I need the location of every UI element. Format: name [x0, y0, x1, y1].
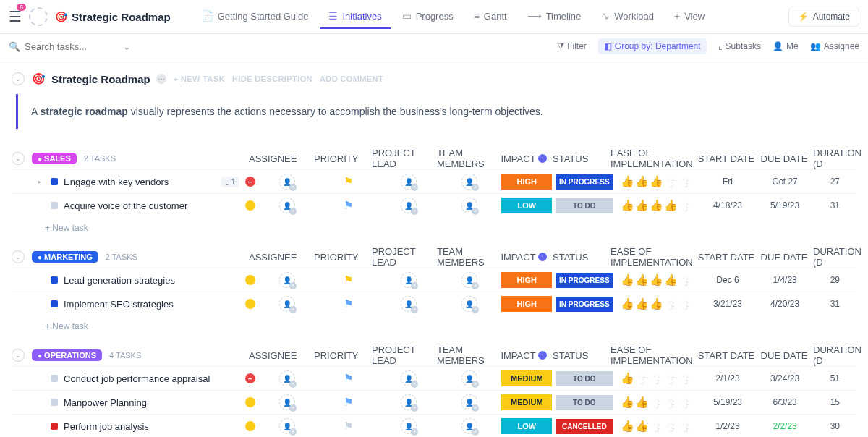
group-pill[interactable]: ● SALES	[32, 153, 77, 164]
due-date[interactable]: 1/4/23	[757, 275, 814, 285]
due-date[interactable]: 6/3/23	[757, 397, 814, 407]
thumb-icon[interactable]: 👍	[621, 175, 634, 188]
thumb-icon[interactable]: 👍	[678, 273, 692, 287]
ease-rating[interactable]: 👍👍👍👍👍	[613, 372, 699, 385]
priority-flag-icon[interactable]: ⚑	[344, 372, 353, 384]
thumb-icon[interactable]: 👍	[635, 420, 649, 433]
ease-rating[interactable]: 👍👍👍👍👍	[613, 297, 699, 310]
new-task-header-link[interactable]: + NEW TASK	[174, 75, 225, 83]
tab-initiatives[interactable]: ☰Initiatives	[320, 4, 390, 29]
tab-progress[interactable]: ▭Progress	[393, 4, 462, 29]
thumb-icon[interactable]: 👍	[650, 372, 663, 385]
due-date[interactable]: Oct 27	[757, 177, 814, 187]
status-dot[interactable]	[51, 300, 58, 307]
due-date[interactable]: 5/19/23	[757, 200, 814, 211]
start-date[interactable]: Fri	[699, 177, 756, 187]
lead-avatar[interactable]: 👤	[401, 198, 417, 213]
breadcrumb[interactable]: 🎯 Strategic Roadmap	[55, 11, 171, 23]
thumb-icon[interactable]: 👍	[635, 297, 649, 310]
start-date[interactable]: 2/1/23	[699, 373, 756, 383]
subtasks-button[interactable]: ⌞Subtasks	[718, 41, 761, 51]
due-date[interactable]: 2/2/23	[757, 421, 814, 431]
ease-rating[interactable]: 👍👍👍👍👍	[613, 420, 699, 433]
thumb-icon[interactable]: 👍	[664, 372, 678, 385]
thumb-icon[interactable]: 👍	[664, 175, 678, 188]
sort-icon[interactable]: ↑	[538, 154, 547, 163]
tab-getting-started-guide[interactable]: 📄Getting Started Guide	[192, 4, 318, 29]
add-comment-link[interactable]: ADD COMMENT	[320, 75, 383, 83]
task-row[interactable]: Implement SEO strategies 👤 ⚑ 👤 👤 HIGH IN…	[12, 292, 856, 315]
collapse-page-icon[interactable]: ⌄	[12, 72, 25, 85]
tab-gantt[interactable]: ≡Gantt	[465, 4, 516, 29]
blocked-icon[interactable]: –	[245, 177, 255, 187]
status-dot[interactable]	[51, 202, 58, 209]
thumb-icon[interactable]: 👍	[621, 372, 634, 385]
status-dot[interactable]	[51, 423, 58, 430]
members-avatar[interactable]: 👤	[461, 272, 477, 288]
thumb-icon[interactable]: 👍	[621, 420, 634, 433]
collapse-group-icon[interactable]: ⌄	[12, 250, 25, 263]
status-dot[interactable]	[51, 178, 58, 185]
status-pill[interactable]: TO DO	[556, 198, 613, 213]
assignee-avatar[interactable]: 👤	[279, 296, 295, 312]
due-date[interactable]: 4/20/23	[757, 299, 814, 309]
thumb-icon[interactable]: 👍	[664, 273, 678, 287]
priority-flag-icon[interactable]: ⚑	[344, 175, 353, 187]
members-avatar[interactable]: 👤	[461, 174, 477, 190]
thumb-icon[interactable]: 👍	[650, 297, 663, 310]
impact-pill[interactable]: MEDIUM	[501, 394, 552, 410]
blocked-icon[interactable]: –	[245, 373, 255, 383]
members-avatar[interactable]: 👤	[461, 418, 477, 434]
task-name[interactable]: Acquire voice of the customer	[64, 200, 239, 211]
duration[interactable]: 29	[814, 275, 856, 285]
assignee-avatar[interactable]: 👤	[279, 198, 295, 213]
status-pill[interactable]: CANCELLED	[556, 419, 613, 434]
task-name[interactable]: Perform job analysis	[64, 421, 239, 432]
task-name[interactable]: Lead generation strategies	[64, 275, 239, 286]
lead-avatar[interactable]: 👤	[401, 296, 417, 312]
ease-rating[interactable]: 👍👍👍👍👍	[613, 199, 699, 212]
ease-rating[interactable]: 👍👍👍👍👍	[613, 273, 699, 287]
thumb-icon[interactable]: 👍	[635, 273, 649, 287]
group-pill[interactable]: ● MARKETING	[32, 251, 98, 263]
priority-flag-icon[interactable]: ⚑	[344, 273, 353, 286]
thumb-icon[interactable]: 👍	[635, 199, 649, 212]
task-name[interactable]: Engage with key vendors	[64, 177, 216, 187]
tab-timeline[interactable]: ⟶Timeline	[519, 4, 590, 29]
members-avatar[interactable]: 👤	[461, 394, 477, 410]
task-name[interactable]: Conduct job performance appraisal	[64, 373, 239, 384]
task-row[interactable]: Acquire voice of the customer 👤 ⚑ 👤 👤 LO…	[12, 193, 856, 217]
thumb-icon[interactable]: 👍	[664, 297, 678, 310]
status-pill[interactable]: TO DO	[556, 395, 613, 410]
duration[interactable]: 30	[814, 421, 856, 431]
thumb-icon[interactable]: 👍	[650, 396, 663, 409]
thumb-icon[interactable]: 👍	[664, 396, 678, 409]
me-button[interactable]: 👤Me	[773, 41, 799, 51]
impact-pill[interactable]: LOW	[501, 198, 552, 213]
task-row[interactable]: Lead generation strategies 👤 ⚑ 👤 👤 HIGH …	[12, 268, 856, 292]
task-name[interactable]: Implement SEO strategies	[64, 299, 239, 310]
hide-description-link[interactable]: HIDE DESCRIPTION	[232, 75, 312, 83]
lead-avatar[interactable]: 👤	[401, 418, 417, 434]
hamburger-menu[interactable]: ☰6	[9, 8, 22, 25]
thumb-icon[interactable]: 👍	[635, 372, 649, 385]
thumb-icon[interactable]: 👍	[678, 297, 692, 310]
impact-pill[interactable]: LOW	[501, 418, 552, 434]
tab-workload[interactable]: ∿Workload	[592, 4, 663, 29]
in-review-icon[interactable]	[245, 299, 255, 309]
thumb-icon[interactable]: 👍	[664, 420, 678, 433]
status-dot[interactable]	[51, 399, 58, 406]
search-input[interactable]	[25, 41, 111, 52]
thumb-icon[interactable]: 👍	[678, 372, 692, 385]
ease-rating[interactable]: 👍👍👍👍👍	[613, 396, 699, 409]
new-task-link[interactable]: + New task	[12, 315, 856, 336]
priority-flag-icon[interactable]: ⚑	[344, 297, 353, 310]
thumb-icon[interactable]: 👍	[650, 420, 663, 433]
subtask-count[interactable]: ⌞1	[221, 177, 239, 187]
new-task-link[interactable]: + New task	[12, 217, 856, 237]
lead-avatar[interactable]: 👤	[401, 370, 417, 386]
status-dot[interactable]	[51, 276, 58, 284]
in-review-icon[interactable]	[245, 421, 255, 431]
due-date[interactable]: 3/24/23	[757, 373, 814, 383]
tab-view[interactable]: +View	[665, 4, 713, 29]
